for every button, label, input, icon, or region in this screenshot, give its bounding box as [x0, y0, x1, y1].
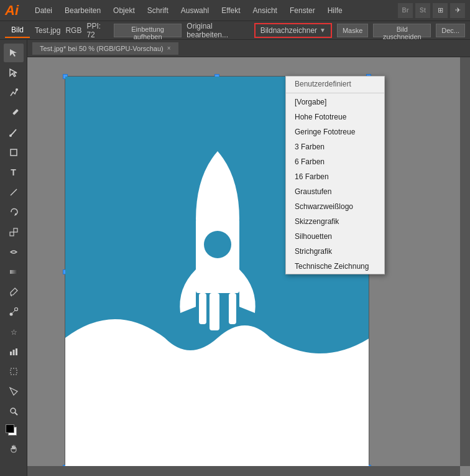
text-tool[interactable]: T: [4, 163, 24, 182]
dec-button[interactable]: Dec...: [436, 24, 465, 37]
dropdown-item-vorgabe[interactable]: [Vorgabe]: [286, 95, 384, 110]
svg-rect-15: [16, 348, 17, 355]
line-tool[interactable]: [4, 183, 24, 202]
canvas-tab-bar: Test.jpg* bei 50 % (RGB/GPU-Vorschau) ×: [27, 40, 470, 57]
dropdown-item-skizze[interactable]: Skizzengrafik: [286, 214, 384, 229]
bildnachzeichner-label: Bildnachzeichner: [260, 26, 317, 35]
svg-rect-3: [11, 149, 17, 156]
color-swatches[interactable]: [6, 424, 22, 438]
rotate-tool[interactable]: [4, 203, 24, 222]
svg-rect-24: [229, 293, 236, 324]
stock-icon[interactable]: St: [415, 3, 430, 18]
pencil-tool[interactable]: [4, 103, 24, 122]
zoom-tool[interactable]: [4, 402, 24, 421]
dropdown-item-technisch[interactable]: Technische Zeichnung: [286, 259, 384, 274]
menu-objekt[interactable]: Objekt: [107, 2, 141, 19]
svg-point-10: [14, 308, 17, 311]
brush-tool[interactable]: [4, 123, 24, 142]
selection-tool[interactable]: [4, 44, 24, 62]
svg-line-11: [12, 310, 15, 313]
canvas-tab-test[interactable]: Test.jpg* bei 50 % (RGB/GPU-Vorschau) ×: [32, 42, 178, 55]
dropdown-arrow-icon: ▼: [320, 27, 326, 34]
canvas-scroll-area: [27, 57, 470, 476]
menu-ansicht[interactable]: Ansicht: [247, 2, 283, 19]
column-graph-tool[interactable]: [4, 342, 24, 361]
pen-tool[interactable]: [4, 83, 24, 102]
dropdown-header: Benutzerdefiniert: [286, 77, 384, 91]
bildnachzeichner-dropdown: Benutzerdefiniert [Vorgabe] Hohe Fototre…: [285, 76, 385, 274]
main-layout: T ☆: [0, 40, 470, 476]
shape-tool[interactable]: [4, 143, 24, 162]
ppi-label: PPI: 72: [86, 22, 108, 39]
dropdown-item-silhouetten[interactable]: Silhouetten: [286, 229, 384, 244]
svg-rect-6: [14, 228, 17, 232]
horizontal-scrollbar[interactable]: [27, 466, 460, 476]
svg-rect-7: [10, 270, 17, 274]
dropdown-item-geringe[interactable]: Geringe Fototreue: [286, 124, 384, 139]
maske-button[interactable]: Maske: [337, 24, 368, 37]
dropdown-item-strich[interactable]: Strichgrafik: [286, 244, 384, 259]
direct-selection-tool[interactable]: [4, 63, 24, 82]
canvas-tab-title: Test.jpg* bei 50 % (RGB/GPU-Vorschau): [40, 45, 164, 52]
menu-fenster[interactable]: Fenster: [283, 2, 321, 19]
dropdown-item-hohe[interactable]: Hohe Fototreue: [286, 110, 384, 124]
menubar: Ai Datei Bearbeiten Objekt Schrift Auswa…: [0, 0, 470, 21]
scale-tool[interactable]: [4, 223, 24, 241]
symbol-tool[interactable]: ☆: [4, 322, 24, 341]
svg-point-17: [11, 408, 16, 413]
svg-rect-1: [12, 109, 19, 115]
dropdown-item-graustufen[interactable]: Graustufen: [286, 184, 384, 199]
dropdown-separator: [286, 93, 384, 93]
search-icon[interactable]: ✈: [450, 3, 465, 18]
menu-auswahl[interactable]: Auswahl: [175, 2, 215, 19]
zuschneiden-button[interactable]: Bild zuschneiden: [373, 24, 431, 37]
blend-tool[interactable]: [4, 302, 24, 321]
gradient-tool[interactable]: [4, 263, 24, 281]
svg-rect-22: [210, 293, 219, 330]
canvas-tab-close[interactable]: ×: [167, 45, 171, 52]
svg-point-9: [9, 313, 12, 316]
svg-rect-23: [199, 293, 206, 324]
svg-rect-13: [10, 352, 12, 355]
menu-effekt[interactable]: Effekt: [215, 2, 246, 19]
toolbar: T ☆: [0, 40, 27, 476]
color-mode-label: RGB: [65, 26, 81, 35]
svg-point-21: [204, 231, 231, 258]
menu-hilfe[interactable]: Hilfe: [321, 2, 349, 19]
menu-items: Datei Bearbeiten Objekt Schrift Auswahl …: [29, 2, 349, 19]
app-logo: Ai: [5, 4, 19, 17]
einbettung-button[interactable]: Einbettung aufheben: [114, 24, 182, 37]
hand-tool[interactable]: [4, 439, 24, 458]
svg-text:☆: ☆: [11, 328, 17, 337]
dropdown-item-6farben[interactable]: 6 Farben: [286, 154, 384, 169]
canvas-area: Test.jpg* bei 50 % (RGB/GPU-Vorschau) ×: [27, 40, 470, 476]
svg-rect-16: [11, 368, 17, 375]
original-label: Original bearbeiten...: [187, 22, 249, 39]
menu-bearbeiten[interactable]: Bearbeiten: [58, 2, 107, 19]
menubar-right: Br St ⊞ ✈: [398, 3, 465, 18]
svg-rect-14: [12, 350, 14, 355]
eyedropper-tool[interactable]: [4, 282, 24, 301]
context-bar: Bild Test.jpg RGB PPI: 72 Einbettung auf…: [0, 21, 470, 40]
svg-point-2: [9, 134, 12, 137]
tab-bild[interactable]: Bild: [5, 23, 30, 38]
svg-point-0: [16, 88, 18, 91]
dropdown-item-schwarzweiss[interactable]: Schwarzweißlogo: [286, 199, 384, 214]
menu-schrift[interactable]: Schrift: [141, 2, 175, 19]
vertical-scrollbar[interactable]: [460, 57, 470, 466]
warp-tool[interactable]: [4, 243, 24, 261]
svg-line-18: [15, 413, 17, 415]
filename-label: Test.jpg: [35, 26, 60, 35]
svg-rect-5: [10, 232, 14, 236]
artboard-tool[interactable]: [4, 362, 24, 381]
menu-datei[interactable]: Datei: [29, 2, 58, 19]
bildnachzeichner-button[interactable]: Bildnachzeichner ▼: [254, 23, 332, 38]
svg-line-4: [11, 189, 17, 195]
workspace-icon[interactable]: ⊞: [433, 3, 448, 18]
slice-tool[interactable]: [4, 382, 24, 401]
dropdown-item-16farben[interactable]: 16 Farben: [286, 169, 384, 184]
dropdown-item-3farben[interactable]: 3 Farben: [286, 139, 384, 154]
bridge-icon[interactable]: Br: [398, 3, 413, 18]
